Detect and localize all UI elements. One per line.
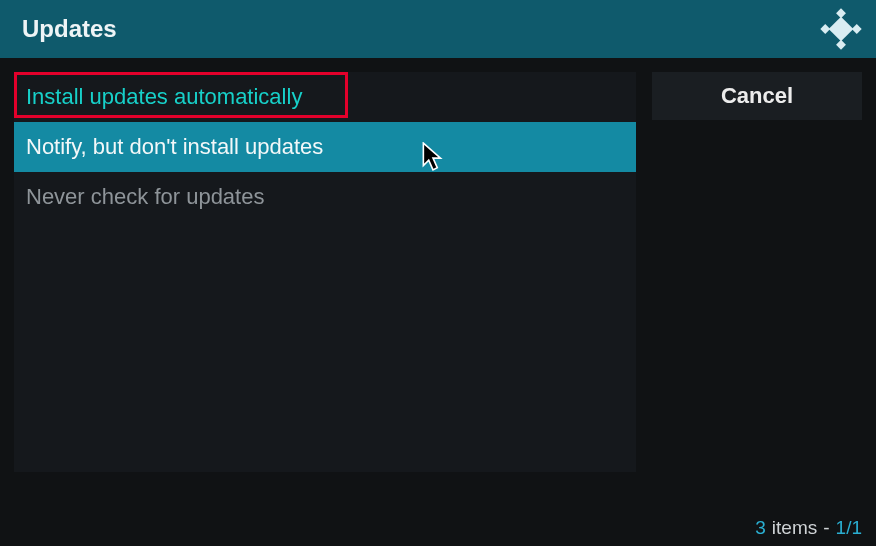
dialog-body: Install updates automatically Notify, bu…	[0, 58, 876, 472]
cancel-button-label: Cancel	[721, 83, 793, 109]
status-items-label: items	[772, 517, 817, 539]
option-label: Install updates automatically	[26, 84, 302, 110]
status-separator: -	[823, 517, 829, 539]
options-list: Install updates automatically Notify, bu…	[14, 72, 636, 472]
svg-rect-4	[829, 17, 854, 42]
kodi-logo-icon	[820, 8, 862, 54]
option-label: Notify, but don't install updates	[26, 134, 323, 160]
option-never-check[interactable]: Never check for updates	[14, 172, 636, 222]
status-item-count: 3	[755, 517, 766, 539]
side-panel: Cancel	[652, 72, 862, 472]
status-bar: 3 items - 1/1	[0, 510, 876, 546]
status-page: 1/1	[836, 517, 862, 539]
cancel-button[interactable]: Cancel	[652, 72, 862, 120]
option-notify-only[interactable]: Notify, but don't install updates	[14, 122, 636, 172]
dialog-title: Updates	[22, 15, 117, 43]
option-install-automatically[interactable]: Install updates automatically	[14, 72, 636, 122]
option-label: Never check for updates	[26, 184, 264, 210]
dialog-header: Updates	[0, 0, 876, 58]
